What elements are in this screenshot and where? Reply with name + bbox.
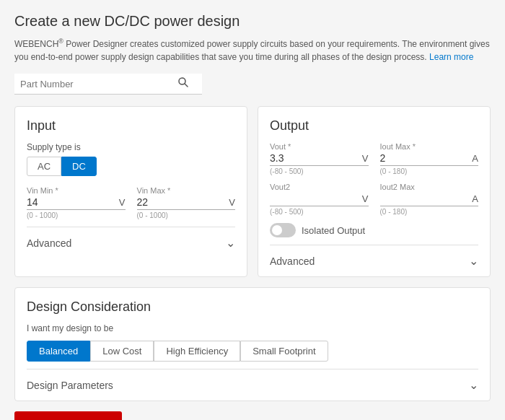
search-input[interactable] [14,74,173,94]
svg-line-1 [185,84,188,87]
vout2-field: Vout2 V (-80 - 500) [270,183,369,216]
small-footprint-button[interactable]: Small Footprint [240,341,328,362]
input-card: Input Supply type is AC DC Vin Min * V (… [14,106,247,277]
vout-unit: V [362,153,369,164]
design-params-chevron-icon: ⌄ [469,378,478,392]
vout-label: Vout * [270,142,369,151]
search-bar [14,74,202,95]
toggle-slider [270,223,296,237]
want-label: I want my design to be [27,323,478,333]
vout-input[interactable] [270,152,359,164]
vout-range: (-80 - 500) [270,167,369,175]
output-card: Output Vout * V (-80 - 500) Iout Max * A [258,106,491,277]
design-consideration-card: Design Consideration I want my design to… [14,287,491,401]
iout2-max-range: (0 - 180) [380,208,479,216]
balanced-button[interactable]: Balanced [27,341,90,362]
iout2-max-label: Iout2 Max [380,183,479,191]
design-params-row[interactable]: Design Parameters ⌄ [27,369,478,401]
iout2-max-unit: A [472,193,478,204]
learn-more-link[interactable]: Learn more [429,52,473,62]
supply-type-toggle: AC DC [27,157,235,176]
high-efficiency-button[interactable]: High Efficiency [154,341,240,362]
vin-min-unit: V [119,197,126,208]
vout-field: Vout * V (-80 - 500) [270,142,369,175]
vin-min-field: Vin Min * V (0 - 1000) [27,186,126,219]
isolated-output-label: Isolated Output [302,225,365,236]
output-advanced-chevron-icon: ⌄ [469,254,478,268]
vin-min-range: (0 - 1000) [27,211,126,219]
ac-button[interactable]: AC [27,157,61,176]
design-consideration-title: Design Consideration [27,299,478,315]
page-title: Create a new DC/DC power design [14,13,491,30]
isolated-output-toggle[interactable] [270,223,296,237]
view-designs-button[interactable]: VIEW DESIGNS [14,411,122,420]
vin-min-label: Vin Min * [27,186,126,195]
iout2-max-field: Iout2 Max A (0 - 180) [380,183,479,216]
vin-max-label: Vin Max * [137,186,236,195]
design-type-buttons: Balanced Low Cost High Efficiency Small … [27,341,478,362]
iout-max-label: Iout Max * [380,142,479,151]
isolated-output-row: Isolated Output [270,223,478,237]
input-card-title: Input [27,118,235,134]
input-advanced-row[interactable]: Advanced ⌄ [27,227,235,258]
vout2-label: Vout2 [270,183,369,191]
dc-button[interactable]: DC [61,157,97,176]
iout2-max-input[interactable] [380,193,470,204]
iout-max-input[interactable] [380,152,470,164]
iout-max-range: (0 - 180) [380,167,479,175]
vin-max-input[interactable] [137,196,227,208]
input-advanced-chevron-icon: ⌄ [226,236,235,250]
search-icon [177,76,189,88]
supply-type-label: Supply type is [27,142,235,152]
vin-max-unit: V [229,197,235,208]
vout2-input[interactable] [270,193,359,204]
vin-max-range: (0 - 1000) [137,211,236,219]
search-button[interactable] [173,74,193,94]
vout2-range: (-80 - 500) [270,208,369,216]
output-advanced-label: Advanced [270,255,315,267]
page-description: WEBENCH® Power Designer creates customiz… [14,37,491,64]
output-card-title: Output [270,118,478,134]
output-advanced-row[interactable]: Advanced ⌄ [270,245,478,276]
vout2-unit: V [362,193,369,204]
vin-min-input[interactable] [27,196,116,208]
iout-max-field: Iout Max * A (0 - 180) [380,142,479,175]
input-advanced-label: Advanced [27,237,71,249]
iout-max-unit: A [472,153,478,164]
design-params-label: Design Parameters [27,380,113,391]
low-cost-button[interactable]: Low Cost [90,341,154,362]
vin-max-field: Vin Max * V (0 - 1000) [137,186,236,219]
